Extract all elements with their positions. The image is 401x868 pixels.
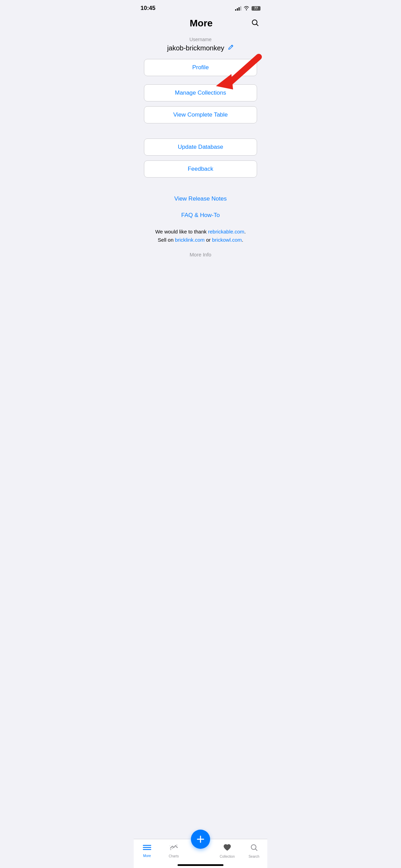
manage-collections-container: Manage Collections (144, 84, 257, 101)
username-label: Username (144, 37, 257, 42)
main-content: Username jakob-brickmonkey Profile (134, 33, 267, 299)
nav-header: More (134, 14, 267, 33)
edit-username-icon[interactable] (228, 44, 234, 52)
status-time: 10:45 (141, 5, 155, 12)
username-section: Username jakob-brickmonkey (144, 33, 257, 59)
update-database-button[interactable]: Update Database (144, 138, 257, 156)
utility-buttons-group: Update Database Feedback (144, 138, 257, 178)
battery-icon: 77 (252, 6, 260, 11)
view-release-notes-link[interactable]: View Release Notes (144, 191, 257, 206)
faq-howto-link[interactable]: FAQ & How-To (144, 208, 257, 223)
search-icon-button[interactable] (250, 17, 260, 29)
search-icon (251, 19, 259, 27)
status-bar: 10:45 77 (134, 0, 267, 14)
bricklink-link[interactable]: bricklink.com (175, 237, 205, 243)
username-value: jakob-brickmonkey (167, 44, 224, 52)
wifi-icon (243, 5, 250, 11)
rebrickable-link[interactable]: rebrickable.com (208, 229, 244, 234)
status-icons: 77 (235, 5, 260, 11)
profile-button-group: Profile (144, 59, 257, 76)
feedback-button[interactable]: Feedback (144, 160, 257, 178)
view-table-button-group: View Complete Table (144, 106, 257, 123)
manage-collections-button[interactable]: Manage Collections (144, 84, 257, 101)
info-text: We would like to thank rebrickable.com. … (144, 224, 257, 248)
brickowl-link[interactable]: brickowl.com (212, 237, 242, 243)
signal-icon (235, 6, 241, 11)
svg-line-1 (257, 24, 258, 26)
page-title: More (153, 18, 250, 29)
view-complete-table-button[interactable]: View Complete Table (144, 106, 257, 123)
username-row: jakob-brickmonkey (144, 44, 257, 52)
more-info-label: More Info (144, 248, 257, 264)
profile-button[interactable]: Profile (144, 59, 257, 76)
